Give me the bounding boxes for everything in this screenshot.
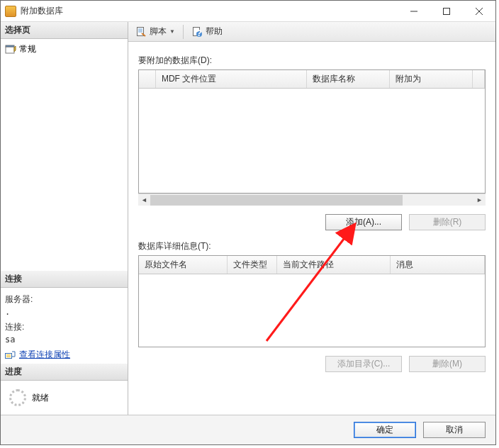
svg-rect-4	[6, 47, 14, 53]
col-current-path[interactable]: 当前文件路径	[277, 256, 391, 274]
progress-status: 就绪	[32, 392, 49, 404]
svg-rect-7	[6, 354, 11, 356]
databases-to-attach-label: 要附加的数据库(D):	[138, 55, 486, 67]
add-button[interactable]: 添加(A)...	[325, 214, 402, 230]
window-title: 附加数据库	[21, 5, 398, 17]
col-extra	[473, 70, 485, 88]
left-pane: 选择页 常规 连接 服务器: . 连接: sa	[1, 22, 128, 415]
svg-line-2	[476, 8, 483, 15]
right-pane: 脚本 ▼ ? 帮助 要附加的数据库(D):	[128, 22, 495, 415]
chevron-down-icon: ▼	[169, 28, 175, 35]
help-button[interactable]: ? 帮助	[189, 24, 225, 39]
script-button[interactable]: 脚本 ▼	[133, 24, 178, 39]
database-icon	[5, 6, 16, 17]
select-page-body: 常规	[1, 39, 128, 271]
database-details-label: 数据库详细信息(T):	[138, 240, 486, 252]
server-label: 服务器:	[5, 293, 123, 306]
svg-text:?: ?	[196, 28, 201, 38]
progress-body: 就绪	[1, 381, 128, 415]
databases-grid[interactable]: MDF 文件位置 数据库名称 附加为	[138, 69, 486, 194]
view-connection-properties-link[interactable]: 查看连接属性	[19, 349, 70, 361]
database-details-group: 数据库详细信息(T): 原始文件名 文件类型 当前文件路径 消息 添加目录(C)…	[138, 240, 486, 382]
toolbar-separator	[183, 25, 184, 39]
databases-button-row: 添加(A)... 删除(R)	[138, 214, 486, 230]
details-button-row: 添加目录(C)... 删除(M)	[138, 356, 486, 372]
row-header-blank	[139, 70, 156, 88]
close-button[interactable]	[463, 1, 495, 21]
select-page-header: 选择页	[1, 22, 128, 39]
connection-icon	[5, 350, 16, 360]
maximize-button[interactable]	[430, 1, 463, 21]
script-label: 脚本	[150, 26, 167, 38]
toolbar: 脚本 ▼ ? 帮助	[128, 22, 495, 42]
svg-rect-6	[6, 353, 12, 358]
svg-line-3	[476, 8, 483, 15]
col-attach-as[interactable]: 附加为	[390, 70, 473, 88]
scroll-track[interactable]	[150, 195, 473, 206]
progress-spinner-icon	[9, 389, 26, 406]
attach-database-dialog: 附加数据库 选择页	[0, 0, 496, 445]
nav-item-general[interactable]: 常规	[5, 42, 123, 57]
scroll-left-icon[interactable]: ◄	[138, 195, 150, 206]
server-value: .	[5, 307, 123, 317]
databases-grid-hscroll[interactable]: ◄ ►	[138, 194, 486, 206]
col-db-name[interactable]: 数据库名称	[307, 70, 390, 88]
content-area: 要附加的数据库(D): MDF 文件位置 数据库名称 附加为 ◄	[128, 42, 495, 415]
databases-grid-header: MDF 文件位置 数据库名称 附加为	[139, 70, 485, 89]
connection-body: 服务器: . 连接: sa 查看连接属性	[1, 288, 128, 364]
col-mdf-location[interactable]: MDF 文件位置	[156, 70, 307, 88]
window-controls	[398, 1, 495, 21]
minimize-button[interactable]	[398, 1, 430, 21]
connection-header: 连接	[1, 271, 128, 288]
view-connection-properties[interactable]: 查看连接属性	[5, 349, 123, 361]
progress-header: 进度	[1, 364, 128, 381]
add-directory-button: 添加目录(C)...	[325, 356, 402, 372]
titlebar: 附加数据库	[1, 1, 495, 22]
svg-rect-5	[6, 45, 14, 47]
col-message[interactable]: 消息	[391, 256, 485, 274]
details-grid-header: 原始文件名 文件类型 当前文件路径 消息	[139, 256, 485, 274]
dialog-footer: 确定 取消	[1, 415, 495, 444]
scroll-right-icon[interactable]: ►	[473, 195, 486, 206]
ok-button[interactable]: 确定	[354, 422, 416, 438]
remove-detail-button: 删除(M)	[409, 356, 486, 372]
svg-rect-1	[444, 8, 450, 14]
page-icon	[5, 45, 16, 55]
col-original-filename[interactable]: 原始文件名	[139, 256, 228, 274]
databases-to-attach-group: 要附加的数据库(D): MDF 文件位置 数据库名称 附加为 ◄	[138, 55, 486, 240]
svg-rect-8	[6, 356, 11, 357]
nav-item-label: 常规	[19, 43, 36, 55]
scroll-thumb[interactable]	[150, 195, 403, 206]
script-icon	[135, 26, 147, 38]
help-label: 帮助	[206, 26, 223, 38]
connection-label: 连接:	[5, 321, 123, 333]
remove-button: 删除(R)	[409, 214, 486, 230]
details-grid[interactable]: 原始文件名 文件类型 当前文件路径 消息	[138, 255, 486, 347]
connection-value: sa	[5, 335, 123, 345]
col-file-type[interactable]: 文件类型	[228, 256, 277, 274]
dialog-body: 选择页 常规 连接 服务器: . 连接: sa	[1, 22, 495, 415]
cancel-button[interactable]: 取消	[423, 422, 486, 438]
help-icon: ?	[191, 26, 203, 38]
